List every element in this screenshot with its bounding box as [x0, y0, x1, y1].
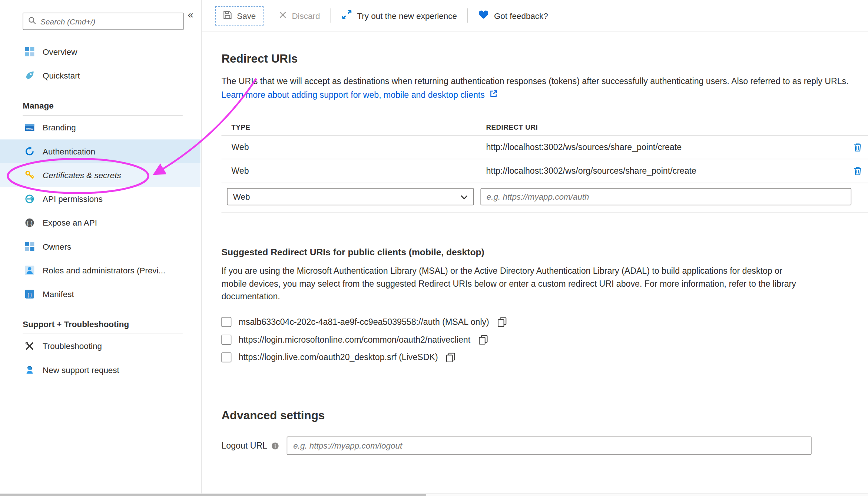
logout-url-row: Logout URL — [221, 436, 868, 455]
redirect-uri-table: TYPE REDIRECT URI Web http://localhost:3… — [221, 119, 868, 212]
suggested-uri-checkbox[interactable] — [221, 352, 231, 362]
owners-icon — [25, 242, 34, 251]
external-link-icon — [489, 90, 497, 100]
sidebar-item-label: New support request — [43, 365, 119, 375]
sidebar-item-new-support-request[interactable]: New support request — [0, 358, 201, 382]
trash-icon[interactable] — [853, 142, 862, 152]
suggested-uri-options: msalb633c04c-202c-4a81-ae9f-cc9ea5039558… — [221, 316, 868, 363]
sidebar-section-manage: Manage — [0, 87, 201, 115]
sidebar-item-certificates-secrets[interactable]: Certificates & secrets — [0, 163, 201, 187]
feedback-button[interactable]: Got feedback? — [478, 10, 548, 21]
try-new-experience-button[interactable]: Try out the new experience — [342, 9, 457, 21]
sidebar-section-support: Support + Troubleshooting — [0, 306, 201, 334]
search-input[interactable] — [40, 17, 178, 26]
toolbar-divider — [467, 8, 468, 23]
heart-icon — [478, 10, 489, 21]
sidebar-item-branding[interactable]: www Branding — [0, 116, 201, 139]
sidebar-item-owners[interactable]: Owners — [0, 234, 201, 258]
suggested-uri-label: https://login.microsoftonline.com/common… — [239, 335, 470, 345]
suggested-uri-row: https://login.microsoftonline.com/common… — [221, 334, 868, 346]
new-redirect-uri-row: Web — [221, 183, 868, 212]
chevron-down-icon — [461, 192, 468, 201]
copy-icon[interactable] — [478, 335, 488, 345]
redirect-type-select[interactable]: Web — [227, 188, 474, 205]
table-header-row: TYPE REDIRECT URI — [221, 119, 868, 136]
table-row: Web http://localhost:3002/ws/org/sources… — [221, 159, 868, 183]
sidebar-item-label: Expose an API — [43, 218, 97, 227]
sidebar-item-quickstart[interactable]: Quickstart — [0, 64, 201, 87]
learn-more-link[interactable]: Learn more about adding support for web,… — [221, 90, 497, 100]
suggested-uri-row: https://login.live.com/oauth20_desktop.s… — [221, 351, 868, 363]
horizontal-scrollbar-thumb[interactable] — [0, 494, 426, 496]
suggested-uris-title: Suggested Redirect URIs for public clien… — [221, 247, 868, 257]
toolbar-divider — [331, 8, 331, 23]
suggested-uri-checkbox[interactable] — [221, 335, 231, 345]
column-header-type: TYPE — [221, 123, 486, 131]
sidebar-item-troubleshooting[interactable]: Troubleshooting — [0, 334, 201, 358]
table-row: Web http://localhost:3002/ws/sources/sha… — [221, 136, 868, 159]
search-icon — [28, 16, 36, 26]
suggested-uri-label: https://login.live.com/oauth20_desktop.s… — [239, 352, 438, 362]
trash-icon[interactable] — [853, 166, 862, 176]
quickstart-icon — [25, 71, 34, 80]
logout-url-input[interactable] — [286, 436, 811, 455]
sidebar-item-label: Certificates & secrets — [43, 170, 121, 180]
sidebar-item-expose-api[interactable]: {..} Expose an API — [0, 211, 201, 234]
horizontal-scrollbar — [0, 493, 868, 496]
suggested-uri-checkbox[interactable] — [221, 317, 231, 327]
sidebar-nav: Overview Quickstart Manage www Branding — [0, 40, 201, 382]
api-permissions-icon — [25, 194, 34, 203]
main-content: Redirect URIs The URIs that we will acce… — [202, 32, 868, 496]
column-header-redirect-uri: REDIRECT URI — [486, 123, 844, 131]
support-request-icon — [25, 365, 34, 375]
discard-x-icon — [279, 11, 287, 20]
sidebar-item-label: Authentication — [43, 147, 95, 156]
sidebar-item-api-permissions[interactable]: API permissions — [0, 187, 201, 211]
svg-text:www: www — [26, 127, 33, 131]
save-button[interactable]: Save — [215, 6, 264, 25]
uri-value-cell: http://localhost:3002/ws/org/sources/sha… — [486, 166, 844, 176]
try-new-experience-label: Try out the new experience — [357, 11, 457, 20]
sidebar-item-label: Owners — [43, 242, 71, 251]
expose-api-icon: {..} — [25, 218, 34, 227]
page-title: Redirect URIs — [221, 52, 868, 65]
copy-icon[interactable] — [497, 317, 507, 327]
logout-url-label: Logout URL — [221, 441, 267, 451]
overview-icon — [25, 47, 34, 56]
switch-arrows-icon — [342, 9, 352, 21]
learn-more-label: Learn more about adding support for web,… — [221, 90, 484, 100]
sidebar-item-overview[interactable]: Overview — [0, 40, 201, 64]
uri-value-cell: http://localhost:3002/ws/sources/share_p… — [486, 142, 844, 152]
sidebar-item-authentication[interactable]: Authentication — [0, 139, 201, 163]
sidebar-item-roles-administrators[interactable]: Roles and administrators (Previ... — [0, 259, 201, 282]
command-bar: Save Discard Try out the new experience … — [202, 0, 868, 31]
roles-icon — [25, 266, 34, 275]
sidebar-collapse-button[interactable]: « — [188, 9, 193, 21]
sidebar-item-label: Overview — [43, 47, 77, 56]
new-redirect-uri-input[interactable] — [480, 188, 851, 205]
sidebar-item-label: API permissions — [43, 194, 103, 203]
advanced-settings-title: Advanced settings — [221, 409, 868, 422]
discard-button[interactable]: Discard — [279, 11, 320, 20]
redirect-uris-description: The URIs that we will accept as destinat… — [221, 75, 864, 87]
info-icon — [271, 442, 279, 450]
sidebar-search — [23, 13, 184, 30]
svg-text:{ }: { } — [27, 292, 32, 297]
redirect-type-selected-value: Web — [233, 192, 250, 201]
discard-label: Discard — [292, 11, 320, 20]
copy-icon[interactable] — [446, 352, 456, 362]
uri-type-cell: Web — [221, 166, 486, 176]
suggested-uris-description: If you are using the Microsoft Authentic… — [221, 264, 809, 303]
azure-portal-page: « Overview Quickstart Manage www — [0, 0, 868, 496]
uri-type-cell: Web — [221, 142, 486, 152]
sidebar-item-manifest[interactable]: { } Manifest — [0, 282, 201, 306]
sidebar-item-label: Branding — [43, 123, 76, 132]
svg-text:{..}: {..} — [27, 220, 33, 226]
branding-icon: www — [25, 123, 34, 132]
feedback-label: Got feedback? — [494, 11, 548, 20]
manifest-icon: { } — [25, 289, 34, 299]
sidebar-item-label: Quickstart — [43, 71, 80, 80]
authentication-icon — [25, 147, 34, 156]
key-icon — [25, 170, 34, 180]
suggested-uri-label: msalb633c04c-202c-4a81-ae9f-cc9ea5039558… — [239, 317, 489, 327]
